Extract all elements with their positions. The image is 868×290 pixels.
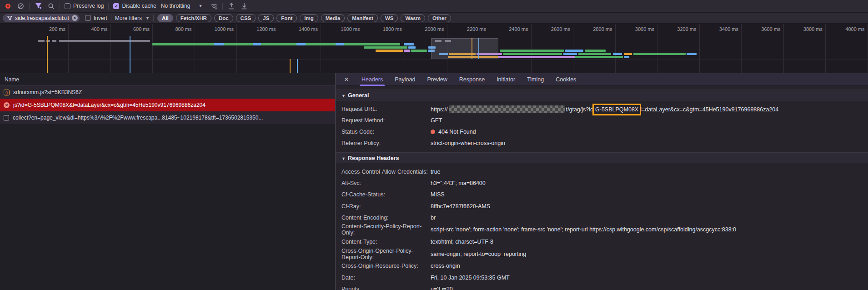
preserve-log-toggle[interactable]: Preserve log bbox=[65, 3, 104, 9]
name-column-header[interactable]: Name bbox=[0, 73, 335, 86]
tab-response[interactable]: Response bbox=[459, 73, 485, 86]
network-main: Name {}sdnurxmm.js?st=5KB3NS6Z×js?id=G-5… bbox=[0, 73, 868, 290]
time-tick-label: 2800 ms bbox=[583, 26, 612, 32]
filter-type-css[interactable]: CSS bbox=[236, 14, 256, 22]
response-header-row: Cross-Origin-Resource-Policy:cross-origi… bbox=[341, 260, 868, 272]
header-value: MISS bbox=[431, 191, 868, 198]
request-row[interactable]: {}sdnurxmm.js?st=5KB3NS6Z bbox=[0, 86, 335, 99]
waterfall-bar bbox=[253, 43, 261, 45]
waterfall-bar bbox=[408, 46, 416, 49]
time-tick-label: 3000 ms bbox=[625, 26, 654, 32]
filter-type-img[interactable]: Img bbox=[300, 14, 318, 22]
time-tick-label: 2000 ms bbox=[415, 26, 444, 32]
header-name: Priority: bbox=[341, 286, 431, 290]
tab-initiator[interactable]: Initiator bbox=[497, 73, 515, 86]
time-tick-label: 4000 ms bbox=[836, 26, 865, 32]
time-tick-label: 2600 ms bbox=[541, 26, 570, 32]
header-name: Content-Type: bbox=[341, 239, 431, 245]
header-value: true bbox=[431, 169, 868, 175]
more-filters-button[interactable]: More filters ▼ bbox=[115, 15, 150, 21]
time-gridline bbox=[195, 24, 195, 73]
clear-filter-icon[interactable]: × bbox=[72, 15, 78, 21]
network-filter-bar: side.frescapastaclub.it × Invert More fi… bbox=[0, 13, 868, 24]
url-path: t/gtag/js?id bbox=[566, 106, 593, 113]
throttling-select[interactable]: No throttling ▼ bbox=[161, 3, 203, 9]
clear-icon[interactable] bbox=[16, 2, 25, 10]
tab-timing[interactable]: Timing bbox=[527, 73, 544, 86]
search-icon[interactable] bbox=[47, 2, 55, 10]
header-name: Alt-Svc: bbox=[341, 180, 431, 186]
filter-type-js[interactable]: JS bbox=[258, 14, 274, 22]
load-marker bbox=[297, 59, 298, 73]
waterfall-bar bbox=[404, 43, 414, 45]
filter-icon[interactable] bbox=[34, 2, 42, 10]
time-gridline bbox=[68, 24, 69, 73]
waterfall-bar bbox=[578, 53, 611, 55]
network-conditions-icon[interactable] bbox=[210, 2, 218, 10]
throttling-value: No throttling bbox=[161, 3, 191, 9]
header-name: Content-Security-Policy-Report-Only: bbox=[341, 223, 431, 236]
filter-type-wasm[interactable]: Wasm bbox=[401, 14, 425, 22]
filter-type-doc[interactable]: Doc bbox=[214, 14, 233, 22]
error-icon: × bbox=[4, 102, 10, 108]
disable-cache-checkbox[interactable]: ✓ bbox=[113, 3, 119, 9]
waterfall-bar bbox=[376, 50, 403, 52]
time-gridline bbox=[236, 24, 237, 73]
filter-input[interactable]: side.frescapastaclub.it × bbox=[3, 14, 80, 22]
filter-type-other[interactable]: Other bbox=[428, 14, 451, 22]
waterfall-bar bbox=[296, 43, 306, 45]
more-filters-label: More filters bbox=[115, 15, 142, 21]
filter-type-media[interactable]: Media bbox=[321, 14, 345, 22]
disclosure-triangle-icon: ▼ bbox=[341, 156, 346, 161]
filter-type-fetch-xhr[interactable]: Fetch/XHR bbox=[176, 14, 211, 22]
tab-headers[interactable]: Headers bbox=[361, 73, 383, 86]
import-har-icon[interactable] bbox=[240, 2, 248, 10]
preserve-log-label: Preserve log bbox=[73, 3, 104, 9]
filter-type-font[interactable]: Font bbox=[276, 14, 297, 22]
export-har-icon[interactable] bbox=[227, 2, 236, 10]
header-name: Request Method: bbox=[341, 117, 431, 124]
response-headers-section-header[interactable]: ▼Response Headers bbox=[336, 152, 868, 163]
request-row[interactable]: collect?en=page_view&dl=https%3A%2F%2Fww… bbox=[0, 111, 335, 124]
waterfall-bar bbox=[404, 50, 410, 52]
overview-selection-region[interactable] bbox=[431, 38, 498, 59]
toolbar-divider bbox=[60, 3, 60, 10]
network-overview[interactable]: 200 ms400 ms600 ms800 ms1000 ms1200 ms14… bbox=[0, 24, 868, 73]
header-name: Date: bbox=[341, 275, 431, 281]
time-gridline bbox=[783, 24, 784, 73]
network-toolbar: Preserve log ✓ Disable cache No throttli… bbox=[0, 0, 868, 12]
waterfall-bar bbox=[214, 43, 224, 45]
time-tick-label: 1600 ms bbox=[331, 26, 360, 32]
script-icon: {} bbox=[4, 90, 10, 95]
tab-preview[interactable]: Preview bbox=[427, 73, 447, 86]
time-tick-label: 3600 ms bbox=[752, 26, 781, 32]
header-row: Request Method:GET bbox=[341, 115, 868, 126]
preserve-log-checkbox[interactable] bbox=[65, 3, 70, 9]
filter-value: side.frescapastaclub.it bbox=[15, 15, 69, 21]
time-tick-label: 3400 ms bbox=[709, 26, 738, 32]
filter-type-ws[interactable]: WS bbox=[381, 14, 398, 22]
header-value: cross-origin bbox=[431, 263, 868, 269]
response-header-row: Alt-Svc:h3=":443"; ma=86400 bbox=[341, 177, 868, 189]
tab-payload[interactable]: Payload bbox=[395, 73, 415, 86]
header-value: Fri, 10 Jan 2025 09:53:35 GMT bbox=[431, 275, 868, 281]
invert-checkbox[interactable] bbox=[85, 15, 91, 21]
general-rows: Request URL:https://t/gtag/js?idG-5SBLPQ… bbox=[336, 100, 868, 152]
time-tick-label: 3200 ms bbox=[667, 26, 697, 32]
url-query: l=dataLayer&cx=c&gtm=45He5190v9176969886… bbox=[640, 106, 778, 113]
general-section-header[interactable]: ▼General bbox=[336, 90, 868, 100]
time-tick-label: 3800 ms bbox=[793, 26, 823, 32]
close-icon[interactable]: × bbox=[344, 75, 349, 83]
header-row: Referrer Policy:strict-origin-when-cross… bbox=[341, 137, 868, 149]
invert-toggle[interactable]: Invert bbox=[85, 15, 107, 21]
response-header-row: Cross-Origin-Opener-Policy-Report-Only:s… bbox=[341, 248, 868, 260]
response-header-row: Access-Control-Allow-Credentials:true bbox=[341, 166, 868, 177]
disable-cache-toggle[interactable]: ✓ Disable cache bbox=[113, 3, 156, 9]
time-gridline bbox=[615, 24, 616, 73]
requests-table: Name {}sdnurxmm.js?st=5KB3NS6Z×js?id=G-5… bbox=[0, 73, 336, 290]
filter-type-manifest[interactable]: Manifest bbox=[347, 14, 378, 22]
filter-type-all[interactable]: All bbox=[157, 14, 173, 22]
request-row[interactable]: ×js?id=G-5SBLPQM08X&l=dataLayer&cx=c&gtm… bbox=[0, 99, 335, 111]
tab-cookies[interactable]: Cookies bbox=[556, 73, 576, 86]
record-icon[interactable] bbox=[4, 2, 12, 10]
